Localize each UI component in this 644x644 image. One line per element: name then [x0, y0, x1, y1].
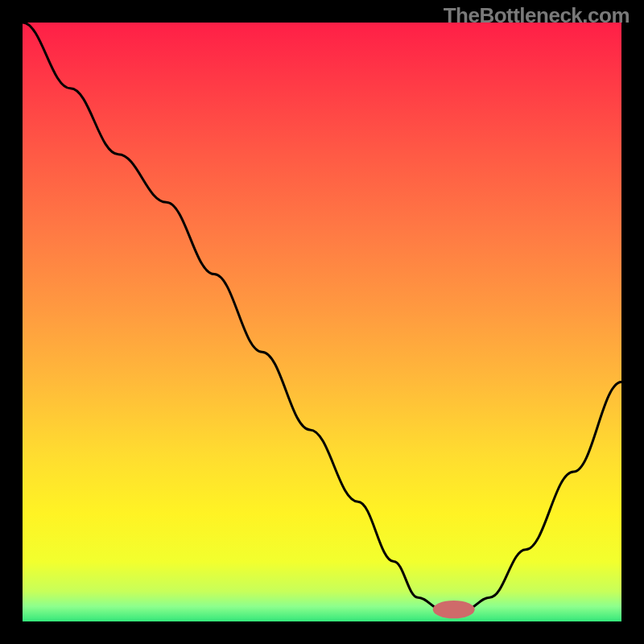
chart-plot-area: [23, 23, 621, 621]
optimal-marker: [433, 601, 475, 618]
watermark-text: TheBottleneck.com: [444, 3, 630, 28]
chart-background-gradient: [23, 23, 621, 621]
chart-frame: [11, 11, 633, 633]
chart-svg: [23, 23, 621, 621]
